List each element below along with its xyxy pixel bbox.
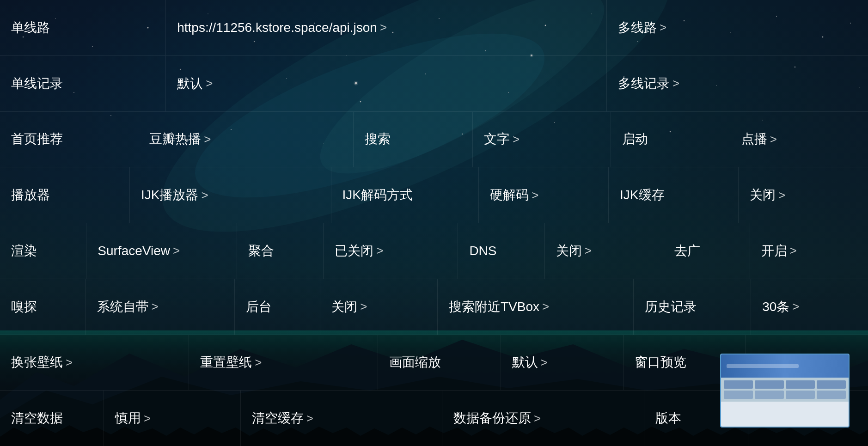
aggregate-cell[interactable]: 聚合 [237,223,324,279]
decode-value: 硬解码 [490,186,529,204]
thumbnail-header [721,354,849,378]
thumb-icon-7 [786,391,815,399]
player-cell[interactable]: 播放器 [0,167,130,223]
single-route-value-cell[interactable]: https://11256.kstore.space/api.json > [166,0,607,55]
backend-value-cell[interactable]: 关闭 > [320,279,438,335]
decode-value-cell[interactable]: 硬解码 > [479,167,609,223]
thumb-icon-4 [817,380,846,389]
row-sniffer: 嗅探 系统自带 > 后台 关闭 > 搜索附近TVBox > 历史记录 30条 > [0,279,868,335]
decode-arrow: > [532,188,538,202]
dns-value-cell[interactable]: 关闭 > [545,223,663,279]
multi-route-label: 多线路 [618,19,657,37]
history-cell[interactable]: 历史记录 [634,279,751,335]
adblock-arrow: > [790,244,797,258]
aggregate-value: 已关闭 [335,242,373,260]
backup-label: 数据备份还原 [453,409,531,427]
player-arrow: > [201,188,208,202]
thumb-icon-8 [817,391,846,399]
multi-route-arrow: > [660,20,666,35]
nearby-tv-cell[interactable]: 搜索附近TVBox > [438,279,634,335]
thumbnail-bar-1 [727,364,799,368]
single-route-label: 单线路 [11,19,50,37]
zoom-value: 默认 [512,354,538,371]
launch-label: 启动 [622,130,648,148]
decode-label: IJK解码方式 [342,186,413,204]
change-wallpaper-arrow: > [66,355,73,370]
search-value-cell[interactable]: 文字 > [473,112,611,167]
change-wallpaper-label: 换张壁纸 [11,354,63,371]
backend-label: 后台 [246,298,272,316]
render-arrow: > [173,244,180,258]
homepage-value-cell[interactable]: 豆瓣热播 > [138,112,354,167]
homepage-cell[interactable]: 首页推荐 [0,112,138,167]
zoom-cell[interactable]: 画面缩放 [378,335,501,391]
history-value-cell[interactable]: 30条 > [751,279,868,335]
reset-wallpaper-cell[interactable]: 重置壁纸 > [189,335,378,391]
cache-cell[interactable]: IJK缓存 [609,167,739,223]
clear-data-value-cell[interactable]: 慎用 > [104,391,241,446]
cache-value: 关闭 [750,186,776,204]
row-single-record: 单线记录 默认 > 多线记录 > [0,56,868,112]
zoom-value-cell[interactable]: 默认 > [501,335,623,391]
thumb-icon-5 [724,391,753,399]
render-value-cell[interactable]: SurfaceView > [86,223,237,279]
multi-record-label: 多线记录 [618,75,670,92]
single-record-value-cell[interactable]: 默认 > [166,56,607,111]
adblock-cell[interactable]: 去广 [663,223,750,279]
decode-cell[interactable]: IJK解码方式 [331,167,479,223]
cache-value-cell[interactable]: 关闭 > [739,167,868,223]
history-value: 30条 [762,298,789,316]
sniffer-value: 系统自带 [97,298,149,316]
multi-record-arrow: > [672,76,679,91]
change-wallpaper-cell[interactable]: 换张壁纸 > [0,335,189,391]
homepage-arrow: > [204,132,211,147]
single-record-cell[interactable]: 单线记录 [0,56,166,111]
adblock-label: 去广 [674,242,700,260]
nearby-tv-label: 搜索附近TVBox [449,298,539,316]
clear-cache-arrow: > [306,411,313,426]
thumb-icon-1 [724,380,753,389]
backend-arrow: > [360,299,367,314]
search-arrow: > [513,132,520,147]
window-preview-label: 窗口预览 [635,354,686,371]
clear-data-cell[interactable]: 清空数据 [0,391,104,446]
clear-data-label: 清空数据 [11,409,63,427]
version-label: 版本 [655,409,681,427]
aggregate-label: 聚合 [248,242,274,260]
backup-cell[interactable]: 数据备份还原 > [442,391,644,446]
aggregate-arrow: > [376,244,383,258]
clear-cache-cell[interactable]: 清空缓存 > [241,391,442,446]
single-route-cell[interactable]: 单线路 [0,0,166,55]
sniffer-arrow: > [152,299,159,314]
sniffer-value-cell[interactable]: 系统自带 > [86,279,235,335]
history-arrow: > [792,299,799,314]
multi-route-cell[interactable]: 多线路 > [607,0,868,55]
render-label: 渲染 [11,242,37,260]
multi-record-cell[interactable]: 多线记录 > [607,56,868,111]
reset-wallpaper-label: 重置壁纸 [200,354,252,371]
single-record-value: 默认 [177,75,203,92]
search-value: 文字 [484,130,510,148]
single-record-label: 单线记录 [11,75,63,92]
search-cell[interactable]: 搜索 [354,112,473,167]
sniffer-label: 嗅探 [11,298,37,316]
backend-cell[interactable]: 后台 [235,279,321,335]
thumb-icon-2 [755,380,784,389]
zoom-label: 画面缩放 [389,354,441,371]
backup-arrow: > [534,411,541,426]
dns-cell[interactable]: DNS [458,223,544,279]
cache-arrow: > [778,188,785,202]
render-cell[interactable]: 渲染 [0,223,86,279]
aggregate-value-cell[interactable]: 已关闭 > [324,223,458,279]
launch-value-cell[interactable]: 点播 > [730,112,868,167]
render-value: SurfaceView [98,244,170,258]
launch-cell[interactable]: 启动 [611,112,730,167]
homepage-label: 首页推荐 [11,130,63,148]
sniffer-cell[interactable]: 嗅探 [0,279,86,335]
player-label: 播放器 [11,186,50,204]
thumb-icon-6 [755,391,784,399]
player-value-cell[interactable]: IJK播放器 > [130,167,331,223]
zoom-arrow: > [541,355,548,370]
clear-data-value: 慎用 [115,409,141,427]
adblock-value-cell[interactable]: 开启 > [750,223,868,279]
